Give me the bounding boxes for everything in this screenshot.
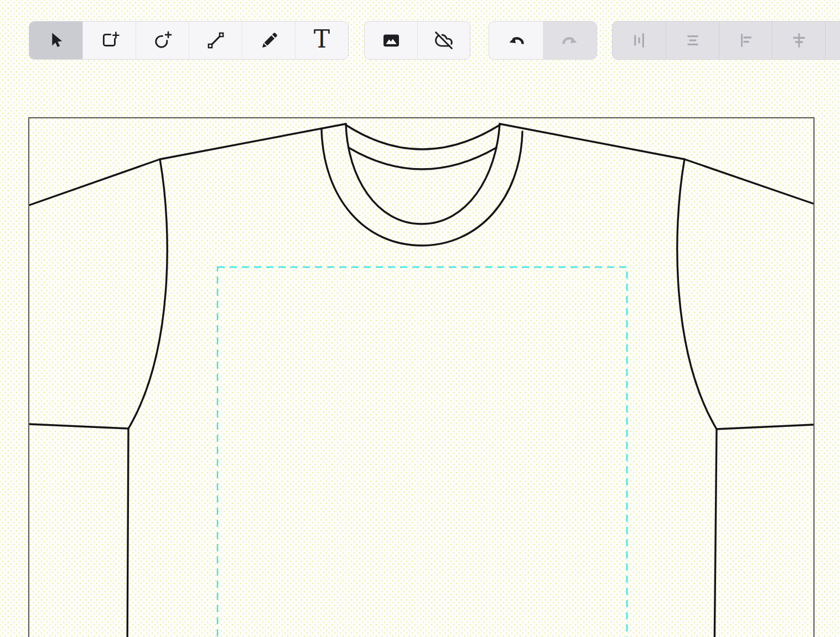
redo-icon (559, 30, 581, 50)
add-ellipse-tool-button[interactable] (136, 22, 189, 59)
align-left-icon (736, 30, 756, 50)
text-icon: T (314, 27, 330, 51)
add-image-button[interactable] (365, 22, 417, 59)
right-side-seam (714, 429, 717, 637)
align-center-icon (683, 30, 703, 50)
design-canvas[interactable] (28, 117, 815, 637)
cloud-offline-button[interactable] (417, 22, 470, 59)
left-shoulder-line (29, 124, 346, 205)
add-frame-tool-button[interactable] (82, 22, 136, 59)
toolbar-history (489, 21, 597, 60)
distribute-horizontal-icon (629, 30, 649, 50)
add-line-tool-button[interactable] (189, 22, 242, 59)
right-sleeve-bottom-line (717, 425, 813, 429)
cloud-off-icon (433, 30, 454, 51)
cursor-icon (45, 30, 66, 51)
align-center-lines-button[interactable] (666, 22, 719, 59)
design-editor-page: { "app": { "view": "t-shirt-design-edito… (0, 0, 840, 637)
align-left-button[interactable] (719, 22, 772, 59)
collar-inner-curve (346, 124, 500, 224)
undo-button[interactable] (489, 22, 543, 59)
align-horizontal-center-icon (789, 30, 809, 50)
print-area-boundary[interactable] (217, 267, 627, 637)
toolbar-align (612, 21, 840, 60)
distribute-horizontal-button[interactable] (613, 22, 666, 59)
collar-back-upper-curve (346, 125, 500, 149)
left-sleeve-bottom-line (29, 424, 128, 429)
pencil-icon (258, 30, 279, 51)
align-horizontal-center-button[interactable] (772, 22, 825, 59)
toolbar-insert (364, 21, 470, 60)
t-shirt-template (29, 118, 813, 637)
left-side-seam (127, 429, 128, 637)
undo-icon (505, 30, 527, 50)
toolbar-drawing-tools: T (29, 21, 349, 60)
image-icon (381, 30, 402, 51)
right-shoulder-line (500, 124, 813, 203)
select-tool-button[interactable] (29, 22, 82, 59)
t-shirt-outline (29, 124, 813, 637)
align-more-button[interactable] (825, 22, 840, 59)
frame-plus-icon (99, 30, 120, 51)
line-icon (205, 30, 226, 51)
left-armhole-seam (128, 159, 167, 429)
circle-plus-icon (152, 30, 173, 51)
right-armhole-seam (677, 159, 717, 429)
text-tool-button[interactable]: T (295, 22, 348, 59)
collar-outer-curve (322, 129, 522, 246)
collar-back-lower-curve (349, 148, 496, 169)
draw-tool-button[interactable] (242, 22, 295, 59)
redo-button[interactable] (543, 22, 597, 59)
